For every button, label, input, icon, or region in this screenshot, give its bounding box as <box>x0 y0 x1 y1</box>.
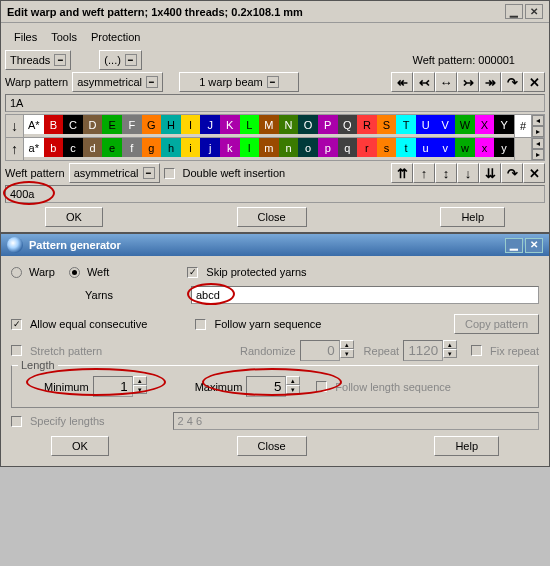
down-arrow-icon[interactable]: ↓ <box>6 115 24 137</box>
menu-files[interactable]: Files <box>14 31 37 43</box>
yarn-swatch-o[interactable]: o <box>298 138 318 157</box>
warp-arrow-btn-4[interactable]: ↠ <box>479 72 501 92</box>
weft-arrow-btn-2[interactable]: ↕ <box>435 163 457 183</box>
close-icon[interactable]: ✕ <box>525 238 543 253</box>
warp-pattern-dropdown[interactable]: asymmetrical ━ <box>72 72 163 92</box>
yarn-swatch-p[interactable]: p <box>318 138 338 157</box>
yarn-swatch-r[interactable]: r <box>357 138 377 157</box>
warp-arrow-btn-3[interactable]: ↣ <box>457 72 479 92</box>
close-button[interactable]: Close <box>237 436 307 456</box>
close-icon[interactable]: ✕ <box>525 4 543 19</box>
close-button[interactable]: Close <box>237 207 307 227</box>
weft-arrow-btn-4[interactable]: ⇊ <box>479 163 501 183</box>
weft-input[interactable]: 400a <box>5 185 545 203</box>
yarn-swatch-u[interactable]: u <box>416 138 436 157</box>
warp-input[interactable]: 1A <box>5 94 545 112</box>
help-button[interactable]: Help <box>440 207 505 227</box>
yarn-swatch-x[interactable]: x <box>475 138 495 157</box>
specify-lengths-input[interactable]: 2 4 6 <box>173 412 539 430</box>
warp-arrow-btn-0[interactable]: ↞ <box>391 72 413 92</box>
yarn-swatch-M[interactable]: M <box>259 115 279 134</box>
yarn-swatch-K[interactable]: K <box>220 115 240 134</box>
fix-repeat-checkbox[interactable] <box>471 345 482 356</box>
warp-arrow-btn-6[interactable]: ✕ <box>523 72 545 92</box>
scroll-arrows[interactable]: ◂▸ <box>532 115 544 137</box>
paren-dropdown[interactable]: (...) ━ <box>99 50 142 70</box>
yarn-swatch-v[interactable]: v <box>435 138 455 157</box>
weft-radio[interactable] <box>69 267 80 278</box>
weft-arrow-btn-3[interactable]: ↓ <box>457 163 479 183</box>
minimum-spinner[interactable]: ▴▾ <box>93 376 147 397</box>
yarn-swatch-B[interactable]: B <box>44 115 64 134</box>
yarn-swatch-g[interactable]: g <box>142 138 162 157</box>
specify-lengths-checkbox[interactable] <box>11 416 22 427</box>
yarn-swatch-s[interactable]: s <box>377 138 397 157</box>
yarn-swatch-m[interactable]: m <box>259 138 279 157</box>
allow-equal-checkbox[interactable]: ✓ <box>11 319 22 330</box>
threads-dropdown[interactable]: Threads ━ <box>5 50 71 70</box>
yarn-swatch-Astar[interactable]: A* <box>24 115 44 134</box>
yarn-swatch-N[interactable]: N <box>279 115 299 134</box>
yarn-swatch-I[interactable]: I <box>181 115 201 134</box>
yarn-swatch-V[interactable]: V <box>435 115 455 134</box>
follow-length-checkbox[interactable] <box>316 381 327 392</box>
weft-arrow-btn-6[interactable]: ✕ <box>523 163 545 183</box>
hash-column[interactable]: # <box>514 115 532 137</box>
yarn-swatch-T[interactable]: T <box>396 115 416 134</box>
yarn-swatch-l[interactable]: l <box>240 138 260 157</box>
stretch-checkbox[interactable] <box>11 345 22 356</box>
yarn-swatch-i[interactable]: i <box>181 138 201 157</box>
yarn-swatch-d[interactable]: d <box>83 138 103 157</box>
warp-arrow-btn-5[interactable]: ↷ <box>501 72 523 92</box>
warp-radio[interactable] <box>11 267 22 278</box>
yarn-swatch-h[interactable]: h <box>161 138 181 157</box>
yarn-swatch-b[interactable]: b <box>44 138 64 157</box>
yarn-swatch-Y[interactable]: Y <box>494 115 514 134</box>
up-arrow-icon[interactable]: ↑ <box>6 138 24 160</box>
yarn-swatch-q[interactable]: q <box>338 138 358 157</box>
yarn-swatch-E[interactable]: E <box>102 115 122 134</box>
minimize-icon[interactable]: ▁ <box>505 4 523 19</box>
maximum-spinner[interactable]: ▴▾ <box>246 376 300 397</box>
yarn-swatch-U[interactable]: U <box>416 115 436 134</box>
follow-yarn-checkbox[interactable] <box>195 319 206 330</box>
warp-beam-dropdown[interactable]: 1 warp beam ━ <box>179 72 299 92</box>
yarn-swatch-Q[interactable]: Q <box>338 115 358 134</box>
yarn-swatch-X[interactable]: X <box>475 115 495 134</box>
weft-arrow-btn-0[interactable]: ⇈ <box>391 163 413 183</box>
help-button[interactable]: Help <box>434 436 499 456</box>
yarn-swatch-t[interactable]: t <box>396 138 416 157</box>
yarn-swatch-P[interactable]: P <box>318 115 338 134</box>
weft-pattern-dropdown[interactable]: asymmetrical ━ <box>69 163 160 183</box>
yarn-swatch-G[interactable]: G <box>142 115 162 134</box>
copy-pattern-button[interactable]: Copy pattern <box>454 314 539 334</box>
yarn-swatch-F[interactable]: F <box>122 115 142 134</box>
yarns-input[interactable]: abcd <box>191 286 539 304</box>
randomize-spinner[interactable]: ▴▾ <box>300 340 354 361</box>
yarn-swatch-H[interactable]: H <box>161 115 181 134</box>
yarn-swatch-c[interactable]: c <box>63 138 83 157</box>
yarn-swatch-k[interactable]: k <box>220 138 240 157</box>
minimize-icon[interactable]: ▁ <box>505 238 523 253</box>
menu-protection[interactable]: Protection <box>91 31 141 43</box>
yarn-swatch-e[interactable]: e <box>102 138 122 157</box>
yarn-swatch-J[interactable]: J <box>200 115 220 134</box>
scroll-arrows[interactable]: ◂▸ <box>532 138 544 160</box>
yarn-swatch-L[interactable]: L <box>240 115 260 134</box>
yarn-swatch-S[interactable]: S <box>377 115 397 134</box>
weft-arrow-btn-1[interactable]: ↑ <box>413 163 435 183</box>
yarn-swatch-R[interactable]: R <box>357 115 377 134</box>
yarn-swatch-w[interactable]: w <box>455 138 475 157</box>
yarn-swatch-f[interactable]: f <box>122 138 142 157</box>
ok-button[interactable]: OK <box>45 207 103 227</box>
double-weft-checkbox[interactable] <box>164 168 175 179</box>
weft-arrow-btn-5[interactable]: ↷ <box>501 163 523 183</box>
yarn-swatch-W[interactable]: W <box>455 115 475 134</box>
menu-tools[interactable]: Tools <box>51 31 77 43</box>
skip-protected-checkbox[interactable]: ✓ <box>187 267 198 278</box>
yarn-swatch-O[interactable]: O <box>298 115 318 134</box>
ok-button[interactable]: OK <box>51 436 109 456</box>
yarn-swatch-astar[interactable]: a* <box>24 138 44 157</box>
yarn-swatch-j[interactable]: j <box>200 138 220 157</box>
repeat-spinner[interactable]: ▴▾ <box>403 340 457 361</box>
